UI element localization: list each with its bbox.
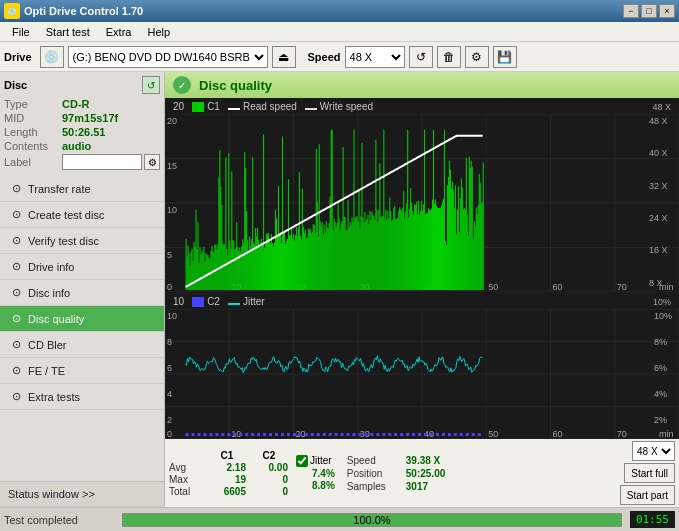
c1-legend-label: C1	[207, 101, 220, 112]
c2-legend-color	[192, 297, 204, 307]
maximize-button[interactable]: □	[641, 4, 657, 18]
menu-bar: File Start test Extra Help	[0, 22, 679, 42]
nav-fe-te-label: FE / TE	[28, 365, 65, 377]
speed-select[interactable]: 48 X40 X32 X24 X	[345, 46, 405, 68]
nav-create-test-disc-label: Create test disc	[28, 209, 104, 221]
start-part-button[interactable]: Start part	[620, 485, 675, 505]
drive-icon-btn[interactable]: 💿	[40, 46, 64, 68]
disc-type-label: Type	[4, 98, 62, 110]
menu-file[interactable]: File	[4, 24, 38, 40]
progress-label: 100.0%	[123, 514, 621, 526]
read-speed-legend-color	[228, 108, 240, 110]
samples-stat-val: 3017	[406, 481, 428, 492]
minimize-button[interactable]: −	[623, 4, 639, 18]
chart1	[165, 114, 679, 292]
chart-header: ✓ Disc quality	[165, 72, 679, 98]
drive-toolbar: Drive 💿 (G:) BENQ DVD DD DW1640 BSRB ⏏ S…	[0, 42, 679, 72]
stats-total-row: Total 6605 0	[169, 486, 288, 497]
start-full-button[interactable]: Start full	[624, 463, 675, 483]
status-text: Test completed	[4, 514, 114, 526]
chart2	[165, 309, 679, 439]
menu-help[interactable]: Help	[139, 24, 178, 40]
stats-header-row: C1 C2	[169, 450, 288, 461]
stats-avg-row: Avg 2.18 0.00	[169, 462, 288, 473]
stats-max-row: Max 19 0	[169, 474, 288, 485]
chart2-canvas	[165, 309, 679, 439]
nav-transfer-rate[interactable]: ⊙ Transfer rate	[0, 176, 164, 202]
nav-drive-info[interactable]: ⊙ Drive info	[0, 254, 164, 280]
legend-write-speed: Write speed	[305, 101, 373, 112]
nav-drive-info-label: Drive info	[28, 261, 74, 273]
legend-read-speed: Read speed	[228, 101, 297, 112]
disc-label-label: Label	[4, 156, 60, 168]
stats-max-c2: 0	[250, 474, 288, 485]
write-speed-legend-color	[305, 108, 317, 110]
disc-length-value: 50:26.51	[62, 126, 105, 138]
chart-title: Disc quality	[199, 78, 272, 93]
eraser-button[interactable]: 🗑	[437, 46, 461, 68]
nav-disc-quality[interactable]: ⊙ Disc quality	[0, 306, 164, 332]
jitter-checkbox[interactable]	[296, 455, 308, 467]
settings-button[interactable]: ⚙	[465, 46, 489, 68]
app-icon: 💿	[4, 3, 20, 19]
main-area: Disc ↺ Type CD-R MID 97m15s17f Length 50…	[0, 72, 679, 507]
close-button[interactable]: ×	[659, 4, 675, 18]
stats-header-c1: C1	[208, 450, 246, 461]
position-stats: Speed 39.38 X Position 50:25.00 Samples …	[347, 455, 445, 492]
write-speed-legend-label: Write speed	[320, 101, 373, 112]
chart2-right-label: 10%	[653, 297, 671, 307]
nav-extra-tests[interactable]: ⊙ Extra tests	[0, 384, 164, 410]
drive-select[interactable]: (G:) BENQ DVD DD DW1640 BSRB	[68, 46, 268, 68]
jitter-legend-color	[228, 303, 240, 305]
nav-verify-test-disc[interactable]: ⊙ Verify test disc	[0, 228, 164, 254]
cd-bler-icon: ⊙	[8, 337, 24, 353]
disc-section-title: Disc	[4, 79, 27, 91]
stats-header-c2: C2	[250, 450, 288, 461]
speed-stat-row: Speed 39.38 X	[347, 455, 445, 466]
nav-disc-info[interactable]: ⊙ Disc info	[0, 280, 164, 306]
start-buttons-area: 48 X Start full Start part	[620, 441, 675, 505]
eject-button[interactable]: ⏏	[272, 46, 296, 68]
jitter-stats: Jitter 7.4% 8.8%	[296, 455, 335, 492]
menu-extra[interactable]: Extra	[98, 24, 140, 40]
save-button[interactable]: 💾	[493, 46, 517, 68]
status-window-button[interactable]: Status window >>	[0, 481, 164, 507]
app-title: Opti Drive Control 1.70	[24, 5, 143, 17]
chart1-y-label: 20	[173, 101, 184, 112]
disc-quality-icon: ⊙	[8, 311, 24, 327]
label-gear-button[interactable]: ⚙	[144, 154, 160, 170]
stats-table: C1 C2 Avg 2.18 0.00 Max 19 0 Total 6605 …	[169, 450, 288, 497]
disc-label-input[interactable]	[62, 154, 142, 170]
legend-c2: C2	[192, 296, 220, 307]
nav-create-test-disc[interactable]: ⊙ Create test disc	[0, 202, 164, 228]
disc-mid-value: 97m15s17f	[62, 112, 118, 124]
nav-transfer-rate-label: Transfer rate	[28, 183, 91, 195]
speed-dropdown[interactable]: 48 X	[632, 441, 675, 461]
jitter-avg-val: 7.4%	[296, 468, 335, 479]
refresh-button[interactable]: ↺	[409, 46, 433, 68]
jitter-label: Jitter	[310, 455, 332, 466]
disc-refresh-button[interactable]: ↺	[142, 76, 160, 94]
chart1-canvas	[165, 114, 679, 292]
stats-max-label: Max	[169, 474, 204, 485]
chart2-legend: 10 C2 Jitter 10%	[165, 294, 679, 309]
nav-fe-te[interactable]: ⊙ FE / TE	[0, 358, 164, 384]
nav-cd-bler[interactable]: ⊙ CD Bler	[0, 332, 164, 358]
speed-stat-val: 39.38 X	[406, 455, 440, 466]
stats-avg-c1: 2.18	[208, 462, 246, 473]
verify-test-disc-icon: ⊙	[8, 233, 24, 249]
disc-section: Disc ↺ Type CD-R MID 97m15s17f Length 50…	[0, 72, 164, 176]
stats-bar: C1 C2 Avg 2.18 0.00 Max 19 0 Total 6605 …	[165, 439, 679, 507]
nav-disc-info-label: Disc info	[28, 287, 70, 299]
nav-disc-quality-label: Disc quality	[28, 313, 84, 325]
legend-jitter: Jitter	[228, 296, 265, 307]
disc-quality-header-icon: ✓	[173, 76, 191, 94]
samples-stat-label: Samples	[347, 481, 402, 492]
menu-start-test[interactable]: Start test	[38, 24, 98, 40]
progress-bar-container: 100.0%	[122, 513, 622, 527]
stats-avg-c2: 0.00	[250, 462, 288, 473]
chart1-legend: 20 C1 Read speed Write speed 48 X	[165, 98, 679, 114]
disc-contents-value: audio	[62, 140, 91, 152]
extra-tests-icon: ⊙	[8, 389, 24, 405]
samples-stat-row: Samples 3017	[347, 481, 445, 492]
